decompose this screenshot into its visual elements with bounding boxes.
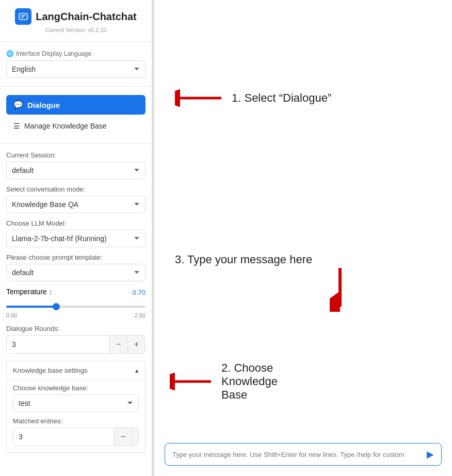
annotation-1-group: 1. Select “Dialogue”	[175, 88, 331, 108]
kb-settings-section: Knowledge base settings ▴ Choose knowled…	[6, 361, 146, 453]
sidebar: LangChain-Chatchat Current Version: v0.2…	[0, 0, 152, 476]
arrow-1-svg	[175, 88, 227, 108]
temperature-slider[interactable]	[6, 306, 146, 308]
conv-mode-label: Select conversation mode:	[6, 185, 146, 193]
divider-3	[0, 144, 152, 144]
slider-container	[6, 299, 146, 311]
conv-mode-group: Select conversation mode: Knowledge Base…	[0, 182, 152, 216]
current-session-select[interactable]: default	[6, 162, 146, 179]
arrow-3-svg	[330, 265, 350, 312]
current-session-label: Current Session:	[6, 151, 146, 159]
llm-model-select[interactable]: Llama-2-7b-chat-hf (Running)	[6, 230, 146, 247]
prompt-template-group: Please choose prompt template: default	[0, 250, 152, 284]
kb-settings-body: Choose knowledge base: test Matched entr…	[7, 379, 145, 452]
language-select[interactable]: English 中文	[6, 60, 146, 78]
annotation-2-group: 2. Choose Knowledge Base	[170, 361, 278, 402]
llm-model-label: Choose LLM Model:	[6, 219, 146, 227]
annotation-3-group: 3. Type your message here	[175, 253, 350, 312]
dialogue-button[interactable]: 💬 Dialogue	[6, 95, 146, 115]
choose-kb-select[interactable]: test	[13, 394, 139, 412]
language-section: 🌐 Interface Display Language English 中文	[0, 46, 152, 82]
conv-mode-select[interactable]: Knowledge Base QA	[6, 196, 146, 213]
message-input[interactable]	[172, 451, 423, 458]
chat-bubble-icon: 💬	[13, 100, 23, 109]
dialogue-rounds-minus[interactable]: −	[109, 336, 127, 353]
send-icon: ▶	[427, 449, 434, 459]
annotation-3-text: 3. Type your message here	[175, 253, 312, 266]
nav-area: 💬 Dialogue ☰ Manage Knowledge Base	[0, 91, 152, 139]
choose-kb-group: Choose knowledge base: test	[13, 384, 139, 417]
prompt-template-select[interactable]: default	[6, 264, 146, 281]
globe-icon: 🌐	[6, 50, 14, 57]
dialogue-rounds-stepper: − +	[6, 335, 146, 354]
matched-entries-label: Matched entries:	[13, 417, 139, 425]
llm-model-group: Choose LLM Model: Llama-2-7b-chat-hf (Ru…	[0, 216, 152, 250]
kb-settings-header[interactable]: Knowledge base settings ▴	[7, 361, 145, 379]
hamburger-icon: ☰	[13, 122, 20, 130]
temp-label-row: Temperature： 0.70	[6, 288, 146, 297]
matched-entries-input[interactable]	[13, 429, 114, 445]
matched-entries-minus[interactable]: −	[114, 428, 132, 446]
temperature-section: Temperature： 0.70 0.00 2.00	[0, 284, 152, 322]
send-button[interactable]: ▶	[427, 449, 434, 460]
svg-rect-0	[19, 13, 27, 20]
dialogue-rounds-label: Dialogue Rounds:	[6, 325, 146, 332]
annotation-1-text: 1. Select “Dialogue”	[232, 91, 331, 105]
temp-min: 0.00	[6, 312, 17, 319]
lang-label: 🌐 Interface Display Language	[6, 50, 146, 57]
arrow-2-svg	[170, 371, 216, 392]
chevron-up-icon: ▴	[135, 367, 139, 374]
matched-entries-stepper: − +	[13, 427, 139, 446]
annotation-2-text: 2. Choose Knowledge Base	[221, 361, 278, 402]
main-content: 1. Select “Dialogue” 3. Type your messag…	[154, 0, 452, 476]
temperature-value: 0.70	[133, 289, 146, 296]
logo-icon	[15, 8, 31, 25]
input-bar: ▶	[165, 443, 442, 466]
divider-2	[0, 86, 152, 87]
version-text: Current Version: v0.2.10	[45, 27, 107, 33]
temp-max: 2.00	[135, 312, 146, 319]
choose-kb-label: Choose knowledge base:	[13, 384, 139, 392]
dialogue-rounds-input[interactable]	[7, 336, 109, 353]
temperature-label: Temperature：	[6, 288, 54, 297]
divider-1	[0, 41, 152, 42]
dialogue-rounds-group: Dialogue Rounds: − +	[0, 322, 152, 357]
slider-range-row: 0.00 2.00	[6, 312, 146, 319]
app-logo: LangChain-Chatchat	[15, 8, 137, 25]
kb-settings-label: Knowledge base settings	[13, 367, 88, 374]
app-title: LangChain-Chatchat	[36, 11, 137, 23]
matched-entries-group: Matched entries: − +	[13, 417, 139, 446]
logo-area: LangChain-Chatchat Current Version: v0.2…	[0, 0, 152, 37]
prompt-template-label: Please choose prompt template:	[6, 253, 146, 261]
current-session-group: Current Session: default	[0, 148, 152, 182]
manage-kb-button[interactable]: ☰ Manage Knowledge Base	[6, 117, 146, 135]
dialogue-rounds-plus[interactable]: +	[127, 336, 145, 353]
matched-entries-plus[interactable]: +	[132, 428, 139, 446]
